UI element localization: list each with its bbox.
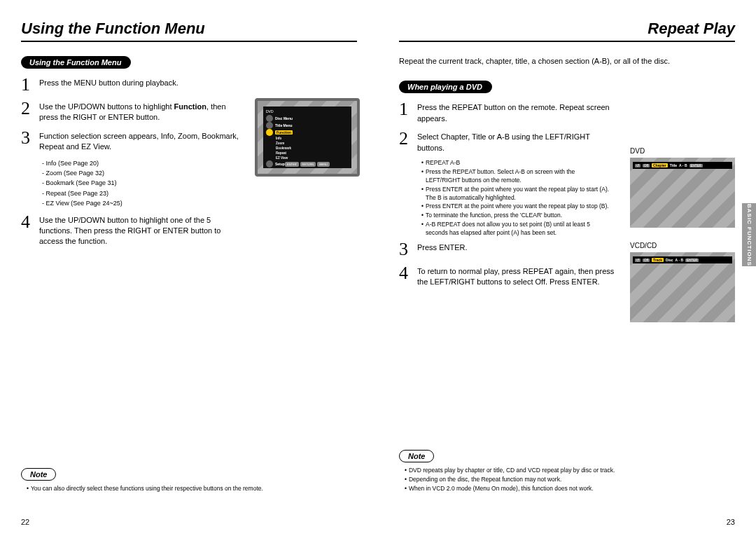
sublist-item: Repeat (See Page 23) [42,188,357,198]
bullet: Press ENTER at the point where you want … [421,202,610,211]
step-text: To return to normal play, press REPEAT a… [417,264,616,288]
osd-strip-vcd: ↺ Off Track Disc A - B ENTER [633,256,732,263]
enter-chip: ENTER [690,164,703,167]
tv-btn: ENTER [285,162,299,167]
step-1: 1 Press the MENU button during playback. [21,76,357,94]
tv-btn: RETURN [300,162,316,167]
title-row-left: Using the Function Menu [21,20,357,42]
menu-sub-item: Zoom [276,141,349,146]
seg-chapter: Chapter [652,163,668,167]
page-left: Using the Function Menu Using the Functi… [0,0,378,536]
section-pill-right: When playing a DVD [399,81,492,93]
step-3: 3 Press ENTER. [399,240,616,259]
bullet: REPEAT A-B [421,159,610,167]
osd-dvd: ↺ Off Chapter Title A - B ENTER [630,158,735,228]
menu-row-highlight: Function [266,129,349,136]
step-number: 1 [399,100,417,118]
page-number-right: 23 [727,518,735,526]
step-text: Press ENTER. [417,240,468,253]
note-pill-right: Note [399,450,434,462]
page-title-left: Using the Function Menu [21,20,205,38]
repeat-icon: ↺ [635,259,640,262]
step-number: 4 [399,264,417,282]
sublist-item: Bookmark (See Page 31) [42,178,357,188]
menu-label: Title Menu [275,123,293,128]
sublist-item: EZ View (See Page 24~25) [42,198,357,208]
menu-icon [266,122,273,129]
step-number: 2 [21,99,39,118]
bullet: To terminate the function, press the 'CL… [421,212,610,220]
steps-right: 1 Press the REPEAT button on the remote.… [399,100,616,287]
step-text: Select Chapter, Title or A-B using the L… [417,130,616,153]
step-text: Use the UP/DOWN button to highlight one … [39,213,242,247]
step-number: 3 [21,129,39,147]
side-tab: BASIC FUNCTIONS [742,203,756,266]
intro-text: Repeat the current track, chapter, title… [399,56,735,67]
tv-screenshot-left: DVD Disc Menu Title Menu Function Info Z… [255,98,360,177]
bullet: A-B REPEAT does not allow you to set poi… [421,221,610,238]
step-number: 3 [399,240,417,259]
seg-title: Title [670,163,677,167]
step-text: Press the REPEAT button on the remote. R… [417,100,616,124]
menu-row: Title Menu [266,122,349,129]
menu-icon [266,115,273,122]
page-right: Repeat Play Repeat the current track, ch… [378,0,756,536]
seg-ab: A - B [676,258,683,262]
step-number: 4 [21,213,39,231]
menu-row: Disc Menu [266,115,349,122]
menu-sub-item: Repeat [276,151,349,156]
seg-ab: A - B [679,163,687,167]
step-text: Function selection screen appears, Info,… [39,129,242,153]
title-row-right: Repeat Play [399,20,735,42]
off-chip: Off [643,164,650,167]
step-text: Press the MENU button during playback. [39,76,178,88]
step-1: 1 Press the REPEAT button on the remote.… [399,100,616,124]
bullet: Press ENTER at the point where you want … [421,186,610,202]
menu-icon [266,129,273,136]
enter-chip: ENTER [685,259,699,262]
osd-strip-dvd: ↺ Off Chapter Title A - B ENTER [633,162,732,169]
osd-vcd: ↺ Off Track Disc A - B ENTER [630,252,735,322]
tv-screen: DVD Disc Menu Title Menu Function Info Z… [263,106,351,168]
step-2: 2 Select Chapter, Title or A-B using the… [399,130,616,153]
menu-label: Function [275,130,293,135]
menu-label: Disc Menu [275,116,293,121]
step-4: 4 Use the UP/DOWN button to highlight on… [21,213,357,247]
step-text-bold: Function [174,102,206,111]
tv-button-bar: ENTER RETURN MENU [263,162,351,167]
note-bullet: Depending on the disc, the Repeat functi… [405,476,735,484]
menu-sub-item: Bookmark [276,146,349,151]
seg-disc: Disc [666,258,673,262]
osd-screenshots: DVD ↺ Off Chapter Title A - B ENTER VCD/… [630,147,735,336]
section-pill-left: Using the Function Menu [21,56,131,69]
menu-sub-item: Info [276,136,349,141]
note-bullets-left: You can also directly select these funct… [27,485,357,493]
step-4: 4 To return to normal play, press REPEAT… [399,264,616,288]
osd-label-dvd: DVD [630,147,735,155]
step-number: 1 [21,76,39,94]
note-bullet: You can also directly select these funct… [27,485,357,493]
note-bullet: DVD repeats play by chapter or title, CD… [405,467,735,475]
tv-btn: MENU [317,162,330,167]
step-number: 2 [399,130,417,148]
tv-header: DVD [266,109,349,114]
osd-label-vcd: VCD/CD [630,242,735,249]
step-text-pre: Use the UP/DOWN buttons to highlight [39,102,174,111]
page-number-left: 22 [21,518,29,526]
note-pill-left: Note [21,468,56,481]
page-title-right: Repeat Play [648,20,735,38]
bullet: Press the REPEAT button. Select A-B on s… [421,168,610,185]
menu-sub: Info Zoom Bookmark Repeat EZ View [276,136,349,160]
menu-sub-item: EZ View [276,156,349,160]
note-bullet: When in VCD 2.0 mode (Menu On mode), thi… [405,485,735,493]
step-text: Use the UP/DOWN buttons to highlight Fun… [39,99,242,123]
repeat-bullets: REPEAT A-B Press the REPEAT button. Sele… [421,159,610,238]
seg-track: Track [652,258,664,262]
note-bullets-right: DVD repeats play by chapter or title, CD… [405,467,735,493]
tv-frame: DVD Disc Menu Title Menu Function Info Z… [255,98,360,177]
off-chip: Off [643,259,650,262]
repeat-icon: ↺ [635,164,640,167]
